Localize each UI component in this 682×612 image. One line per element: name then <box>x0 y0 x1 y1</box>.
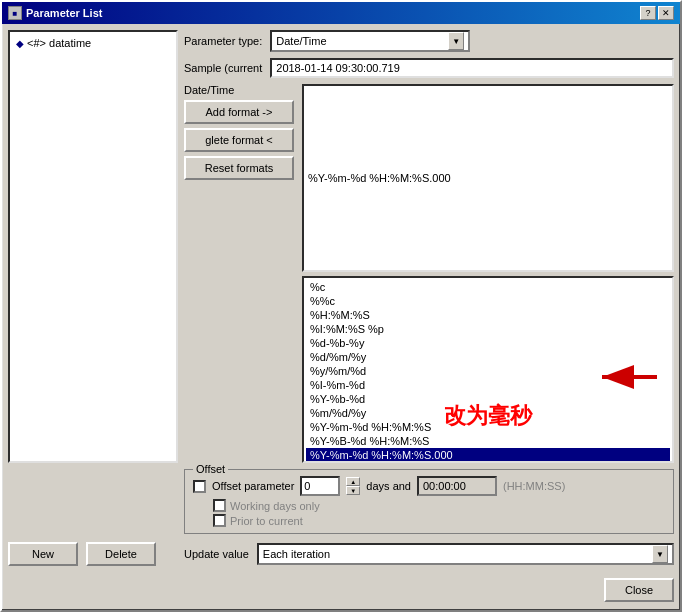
param-type-row: Parameter type: Date/Time ▼ <box>184 30 674 52</box>
format-list-item[interactable]: %d-%b-%y <box>306 336 670 350</box>
bottom-buttons: New Delete <box>8 542 178 566</box>
prior-to-row: Prior to current <box>213 514 665 527</box>
offset-row2: Working days only Prior to current <box>213 499 665 527</box>
delete-button[interactable]: Delete <box>86 542 156 566</box>
format-list-item[interactable]: %c <box>306 280 670 294</box>
offset-row1: Offset parameter 0 ▲ ▼ days and 00:00:00… <box>193 476 665 496</box>
window-icon: ■ <box>8 6 22 20</box>
format-list-item[interactable]: %H:%M:%S <box>306 308 670 322</box>
add-format-button[interactable]: Add format -> <box>184 100 294 124</box>
format-list-item[interactable]: %I-%m-%d <box>306 378 670 392</box>
tree-item-label: <#> datatime <box>27 37 91 49</box>
prior-to-label: Prior to current <box>230 515 303 527</box>
param-type-value: Date/Time <box>276 35 326 47</box>
param-type-label: Parameter type: <box>184 35 262 47</box>
time-hint: (HH:MM:SS) <box>503 480 565 492</box>
offset-days-input[interactable]: 0 <box>300 476 340 496</box>
tree-panel: ◆ <#> datatime <box>8 30 178 463</box>
reset-formats-button[interactable]: Reset formats <box>184 156 294 180</box>
format-list-item[interactable]: %d/%m/%y <box>306 350 670 364</box>
close-button[interactable]: Close <box>604 578 674 602</box>
parameter-list-window: ■ Parameter List ? ✕ ◆ <#> datatime <box>0 0 682 612</box>
main-row: ◆ <#> datatime Parameter type: Date/Time… <box>8 30 674 463</box>
window-title: Parameter List <box>26 7 102 19</box>
window-body: ◆ <#> datatime Parameter type: Date/Time… <box>2 24 680 610</box>
format-list-item[interactable]: %Y-%m-%d %H:%M:%S <box>306 420 670 434</box>
title-bar: ■ Parameter List ? ✕ <box>2 2 680 24</box>
working-days-row: Working days only <box>213 499 665 512</box>
update-value-label: Update value <box>184 548 249 560</box>
tree-diamond-icon: ◆ <box>16 38 24 49</box>
offset-days-spin[interactable]: ▲ ▼ <box>346 477 360 495</box>
sample-value: 2018-01-14 09:30:00.719 <box>270 58 674 78</box>
sample-row: Sample (current 2018-01-14 09:30:00.719 <box>184 58 674 78</box>
format-list-item[interactable]: %I:%M:%S %p <box>306 322 670 336</box>
format-controls: Date/Time Add format -> glete format < R… <box>184 84 294 463</box>
format-list-item[interactable]: %Y-%B-%d %H:%M:%S <box>306 434 670 448</box>
update-value-text: Each iteration <box>263 548 330 560</box>
offset-param-checkbox[interactable] <box>193 480 206 493</box>
spin-up-button[interactable]: ▲ <box>346 477 360 486</box>
format-list-area: %c%%c%H:%M:%S%I:%M:%S %p%d-%b-%y%d/%m/%y… <box>302 276 674 464</box>
bottom-bar: New Delete Update value Each iteration ▼ <box>8 538 674 570</box>
title-buttons: ? ✕ <box>640 6 674 20</box>
format-section: Date/Time Add format -> glete format < R… <box>184 84 674 463</box>
datetime-label: Date/Time <box>184 84 234 96</box>
format-list: %c%%c%H:%M:%S%I:%M:%S %p%d-%b-%y%d/%m/%y… <box>304 278 672 462</box>
datetime-format-input[interactable]: %Y-%m-%d %H:%M:%S.000 <box>302 84 674 272</box>
sample-label: Sample (current <box>184 62 262 74</box>
update-value-select[interactable]: Each iteration ▼ <box>257 543 674 565</box>
help-button[interactable]: ? <box>640 6 656 20</box>
title-bar-left: ■ Parameter List <box>8 6 102 20</box>
close-title-button[interactable]: ✕ <box>658 6 674 20</box>
new-button[interactable]: New <box>8 542 78 566</box>
offset-section: Offset Offset parameter 0 ▲ ▼ days and 0… <box>184 469 674 534</box>
format-list-item[interactable]: %Y-%b-%d <box>306 392 670 406</box>
offset-param-label: Offset parameter <box>212 480 294 492</box>
format-list-item[interactable]: %Y-%m-%d %H:%M:%S.000 <box>306 448 670 462</box>
format-list-item[interactable]: %m/%d/%y <box>306 406 670 420</box>
update-dropdown-arrow[interactable]: ▼ <box>652 545 668 563</box>
days-and-label: days and <box>366 480 411 492</box>
delete-format-button[interactable]: glete format < <box>184 128 294 152</box>
datetime-format-row: Date/Time <box>184 84 294 96</box>
prior-to-checkbox[interactable] <box>213 514 226 527</box>
spin-down-button[interactable]: ▼ <box>346 486 360 495</box>
offset-legend: Offset <box>193 463 228 475</box>
working-days-checkbox[interactable] <box>213 499 226 512</box>
format-list-item[interactable]: %y/%m/%d <box>306 364 670 378</box>
offset-time-input[interactable]: 00:00:00 <box>417 476 497 496</box>
working-days-label: Working days only <box>230 500 320 512</box>
close-row: Close <box>8 574 674 604</box>
format-list-item[interactable]: %%c <box>306 294 670 308</box>
tree-item-datatime[interactable]: ◆ <#> datatime <box>14 36 172 50</box>
param-type-dropdown-arrow[interactable]: ▼ <box>448 32 464 50</box>
right-panel: Parameter type: Date/Time ▼ Sample (curr… <box>184 30 674 463</box>
format-list-section: %Y-%m-%d %H:%M:%S.000 %c%%c%H:%M:%S%I:%M… <box>302 84 674 463</box>
buttons-col: Add format -> glete format < Reset forma… <box>184 100 294 180</box>
offset-row: Offset Offset parameter 0 ▲ ▼ days and 0… <box>8 467 674 534</box>
param-type-select[interactable]: Date/Time ▼ <box>270 30 470 52</box>
update-row: Update value Each iteration ▼ <box>184 543 674 565</box>
